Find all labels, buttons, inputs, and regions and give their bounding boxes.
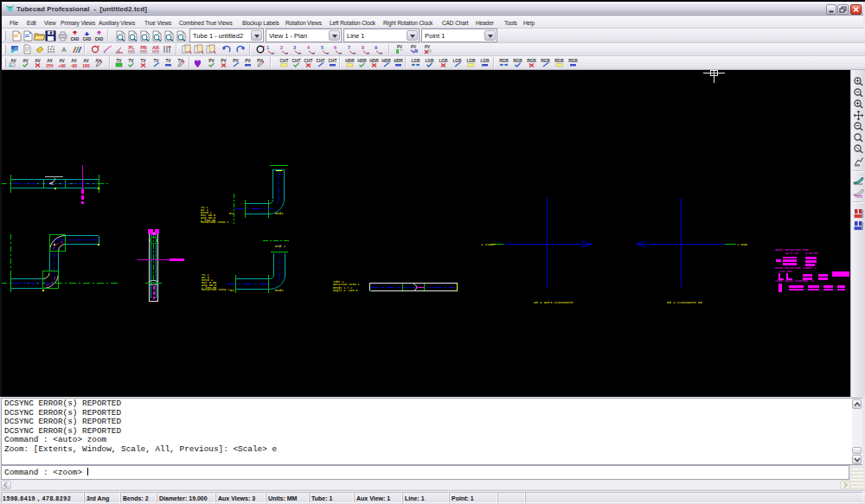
svg-text:TV: TV [140, 59, 146, 63]
svg-text:RGB: RGB [527, 59, 536, 63]
svg-text:4: 4 [307, 45, 311, 50]
svg-text:PL: PL [128, 45, 135, 50]
svg-text:CAD: CAD [83, 37, 92, 41]
svg-text:LGB: LGB [439, 59, 448, 63]
svg-text:RGB: RGB [568, 59, 578, 63]
svg-text:RGB: RGB [513, 59, 522, 63]
svg-text:8: 8 [362, 45, 364, 50]
svg-text:ROTATION VIEW 1: ROTATION VIEW 1 [201, 220, 228, 224]
svg-text:CAD: CAD [95, 37, 104, 41]
svg-text:CHT: CHT [292, 59, 301, 63]
svg-text:9: 9 [375, 45, 377, 50]
svg-text:CHT: CHT [317, 59, 325, 63]
svg-text:B1: B1 [229, 212, 234, 215]
svg-text:LGB: LGB [452, 59, 462, 63]
svg-text:B1: B1 [230, 289, 234, 292]
svg-text:AV: AV [10, 59, 16, 63]
svg-text:PV: PV [221, 59, 227, 63]
svg-text:ROTATION VIEW 2: ROTATION VIEW 2 [202, 288, 229, 291]
svg-text:1 START: 1 START [481, 243, 496, 246]
svg-text:GB: GB [15, 47, 22, 52]
svg-text:AB: AB [152, 45, 159, 50]
svg-text:CAD: CAD [71, 37, 80, 41]
svg-text:Angle = -190.5: Angle = -190.5 [333, 289, 358, 292]
svg-text:LGB: LGB [466, 59, 476, 63]
svg-text:PV: PV [397, 45, 402, 49]
svg-text:CHT: CHT [329, 59, 337, 63]
svg-text:HDR: HDR [357, 59, 367, 63]
svg-text:BEND ROTATION FWD: BEND ROTATION FWD [775, 248, 809, 252]
svg-text:AV: AV [22, 59, 29, 63]
svg-text:TV: TV [153, 59, 159, 63]
svg-text:1: 1 [266, 45, 269, 50]
svg-text:RGB: RGB [541, 59, 550, 63]
svg-text:90 = ANTI-CLOCKWISE: 90 = ANTI-CLOCKWISE [534, 301, 573, 304]
svg-text:5: 5 [321, 45, 324, 50]
svg-text:RGB: RGB [499, 59, 509, 63]
svg-text:HDR: HDR [394, 59, 403, 63]
svg-text:PB: PB [140, 45, 147, 50]
svg-text:0.00 RG: 0.00 RG [805, 252, 817, 255]
svg-text:7: 7 [348, 45, 350, 50]
svg-text:90 = CLOCKWISE 90: 90 = CLOCKWISE 90 [667, 301, 702, 304]
svg-text:RGB: RGB [554, 59, 564, 63]
svg-text:PV: PV [245, 59, 251, 63]
svg-text:2: 2 [280, 45, 283, 50]
svg-text:2 END: 2 END [737, 243, 748, 246]
svg-text:PV: PV [425, 45, 430, 49]
svg-text:LGB: LGB [480, 59, 490, 63]
svg-text:+90: +90 [58, 63, 66, 68]
svg-text:6: 6 [334, 45, 336, 50]
svg-text:TV: TV [128, 59, 134, 63]
svg-text:LGB: LGB [425, 59, 434, 63]
svg-text:CHT: CHT [304, 59, 313, 63]
svg-text:TLG 150: TLG 150 [779, 270, 791, 273]
svg-text:HDR: HDR [345, 59, 355, 63]
svg-text:CHT: CHT [280, 59, 289, 63]
svg-text:90.0 LG: 90.0 LG [785, 252, 798, 255]
svg-text:HDR: HDR [369, 59, 379, 63]
svg-text:AV: AV [35, 59, 41, 63]
svg-text:A: A [61, 46, 67, 54]
svg-text:PV: PV [233, 59, 239, 63]
svg-text:HDR: HDR [381, 59, 391, 63]
svg-text:LGB: LGB [411, 59, 420, 63]
svg-text:Bnd1: Bnd1 [275, 212, 284, 215]
svg-text:PV: PV [411, 45, 416, 49]
svg-text:Bnd 2: Bnd 2 [275, 245, 286, 248]
svg-text:TV: TV [165, 59, 171, 63]
svg-text:250: 250 [46, 63, 54, 68]
svg-text:TUBE DATA SUMMARY 12: TUBE DATA SUMMARY 12 [775, 279, 815, 283]
svg-text:Bnd2: Bnd2 [275, 289, 284, 292]
svg-text:-90: -90 [71, 63, 77, 68]
svg-text:PV: PV [208, 59, 215, 63]
svg-text:3: 3 [293, 45, 296, 50]
svg-text:180: 180 [82, 63, 90, 68]
svg-text:TV: TV [116, 59, 122, 63]
